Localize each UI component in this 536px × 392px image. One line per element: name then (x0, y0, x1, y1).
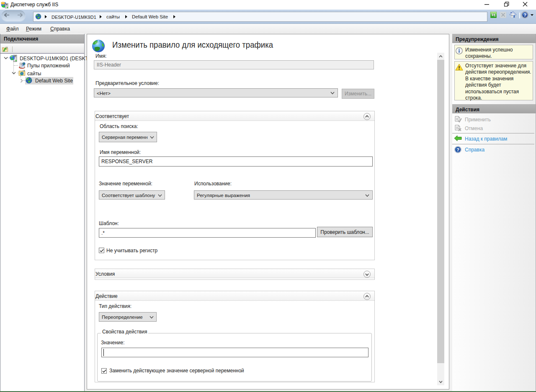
svg-text:?: ? (523, 13, 526, 18)
svg-text:?: ? (456, 147, 459, 152)
